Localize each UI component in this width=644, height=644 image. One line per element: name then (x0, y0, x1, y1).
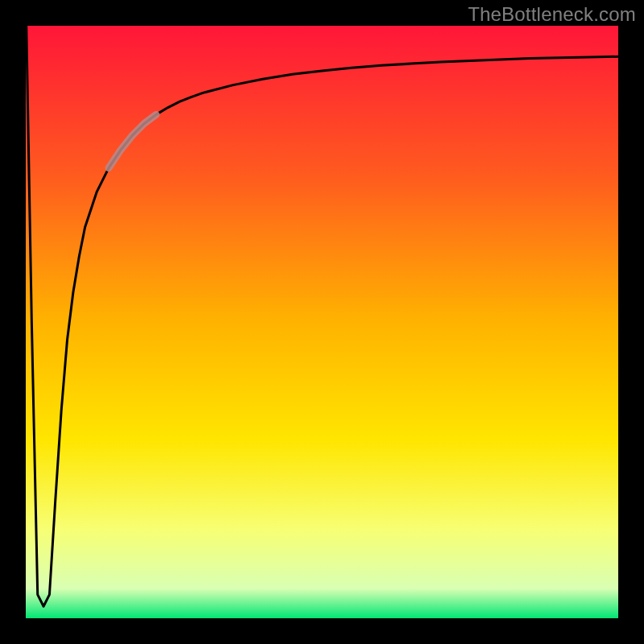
bottleneck-chart (26, 26, 618, 618)
chart-container: TheBottleneck.com (0, 0, 644, 644)
watermark-label: TheBottleneck.com (468, 3, 636, 26)
plot-background (26, 26, 618, 618)
